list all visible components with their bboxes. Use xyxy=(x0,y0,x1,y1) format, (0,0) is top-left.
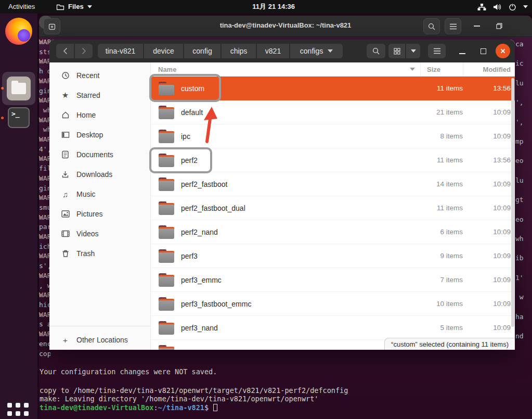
files-close-button[interactable] xyxy=(496,44,510,58)
files-search-button[interactable] xyxy=(367,44,385,58)
sidebar-item-label: Trash xyxy=(76,249,95,258)
folder-icon xyxy=(159,225,174,239)
sidebar-item-other-locations[interactable]: + Other Locations xyxy=(49,330,151,350)
file-size: 11 items xyxy=(420,204,463,212)
terminal-background-text-left: WAR sts WAR h d WAR gin WAR wh WAR wh WA… xyxy=(39,37,50,359)
file-size: 5 items xyxy=(420,324,463,332)
sidebar-item-label: Documents xyxy=(76,150,113,159)
star-icon: ★ xyxy=(61,91,70,100)
terminal-line: make: Leaving directory '/home/tina-dev/… xyxy=(40,395,318,403)
file-name: perf2 xyxy=(181,156,420,164)
file-name: perf2_nand xyxy=(181,228,420,236)
folder-icon xyxy=(159,201,174,215)
back-icon xyxy=(63,47,68,55)
files-dock-icon[interactable] xyxy=(2,72,35,105)
chevron-down-icon xyxy=(328,49,333,53)
sort-indicator-icon[interactable] xyxy=(410,68,415,71)
activities-button[interactable]: Activities xyxy=(8,2,35,11)
folder-icon xyxy=(159,273,174,287)
terminal-line: copy to /home/tina-dev/tina-v821/openwrt… xyxy=(40,386,348,395)
breadcrumb-configs[interactable]: configs xyxy=(290,44,343,58)
breadcrumb-device[interactable]: device xyxy=(144,44,184,58)
folder-icon xyxy=(159,106,174,119)
prompt-separator: : xyxy=(153,403,158,412)
annotation-box-custom xyxy=(149,74,221,102)
sidebar-item-starred[interactable]: ★ Starred xyxy=(49,85,151,105)
files-headerbar[interactable]: tina-v821 device config chips v821 confi… xyxy=(49,40,515,62)
grid-view-button[interactable] xyxy=(388,44,406,58)
chevron-down-icon xyxy=(523,5,528,8)
terminal-dock-icon[interactable]: >_ xyxy=(8,107,30,128)
file-row-perf2-nand[interactable]: perf2_nand 6 items 10:09 xyxy=(151,220,515,244)
menu-icon xyxy=(449,23,457,30)
sidebar-item-label: Recent xyxy=(76,71,99,80)
annotation-box-perf2 xyxy=(149,147,212,173)
video-icon xyxy=(61,230,70,238)
file-name: perf2_fastboot xyxy=(181,180,420,188)
breadcrumb-v821[interactable]: v821 xyxy=(257,44,290,58)
file-row-perf3-fastboot-emmc[interactable]: perf3_fastboot_emmc 10 items 10:09 xyxy=(151,292,515,316)
sidebar-item-videos[interactable]: Videos xyxy=(49,224,151,244)
file-row-perf3[interactable]: perf3 9 items 10:09 xyxy=(151,244,515,268)
breadcrumb-chips[interactable]: chips xyxy=(222,44,256,58)
file-row-perf3-emmc[interactable]: perf3_emmc 7 items 10:09 xyxy=(151,268,515,292)
terminal-titlebar[interactable]: tina-dev@tinadev-VirtualBox: ~/tina-v821 xyxy=(39,16,532,37)
system-status-area[interactable] xyxy=(477,2,528,12)
plus-icon: + xyxy=(61,336,70,345)
file-modified: 13:56 xyxy=(463,84,515,92)
clock[interactable]: 11月 21 14:36 xyxy=(252,2,295,11)
trash-icon xyxy=(61,249,70,258)
terminal-search-button[interactable] xyxy=(423,18,440,34)
column-header-size[interactable]: Size xyxy=(420,62,463,76)
scrollbar-thumb[interactable] xyxy=(511,78,514,327)
terminal-minimize-button[interactable] xyxy=(471,20,483,32)
back-button[interactable] xyxy=(56,44,74,58)
dock: >_ xyxy=(0,14,37,419)
sidebar-item-music[interactable]: ♫ Music xyxy=(49,184,151,204)
file-size: 14 items xyxy=(420,180,463,188)
sidebar-item-recent[interactable]: Recent xyxy=(49,66,151,85)
focused-app-menu[interactable]: Files xyxy=(56,2,92,11)
download-icon xyxy=(61,170,70,179)
grid-view-icon xyxy=(394,48,400,55)
terminal-prompt: tina-dev@tinadev-VirtualBox:~/tina-v821$ xyxy=(40,403,217,412)
sidebar-item-home[interactable]: Home xyxy=(49,105,151,125)
file-row-perf2-fastboot-dual[interactable]: perf2_fastboot_dual 11 items 10:09 xyxy=(151,196,515,220)
sidebar-item-pictures[interactable]: Pictures xyxy=(49,204,151,224)
breadcrumb-tina-v821[interactable]: tina-v821 xyxy=(98,44,144,58)
view-options-dropdown[interactable] xyxy=(406,44,420,58)
file-size: 9 items xyxy=(420,252,463,260)
terminal-restore-button[interactable] xyxy=(493,20,505,32)
sidebar-item-downloads[interactable]: Downloads xyxy=(49,164,151,184)
maximize-icon xyxy=(481,48,486,54)
sidebar-item-desktop[interactable]: Desktop xyxy=(49,125,151,145)
chevron-down-icon xyxy=(411,49,416,53)
desktop-icon xyxy=(61,131,70,139)
column-header-modified[interactable]: Modified xyxy=(463,62,515,76)
terminal-menu-button[interactable] xyxy=(445,18,461,34)
forward-button[interactable] xyxy=(75,44,93,58)
menu-icon xyxy=(433,48,441,54)
search-icon xyxy=(372,47,380,55)
files-app-icon xyxy=(56,4,64,10)
sidebar-item-label: Home xyxy=(76,111,96,119)
firefox-dock-icon[interactable] xyxy=(5,18,32,45)
files-minimize-button[interactable] xyxy=(456,45,469,57)
file-size: 6 items xyxy=(420,228,463,236)
files-menu-button[interactable] xyxy=(428,44,446,58)
file-row-perf3-nand[interactable]: perf3_nand 5 items 10:09 xyxy=(151,316,515,340)
breadcrumb-config[interactable]: config xyxy=(184,44,221,58)
file-size: 7 items xyxy=(420,276,463,284)
terminal-line: Your configuration changes were NOT save… xyxy=(40,367,217,376)
close-icon xyxy=(500,48,506,54)
files-window[interactable]: tina-v821 device config chips v821 confi… xyxy=(49,40,515,350)
file-modified: 10:09 xyxy=(463,324,515,332)
sidebar-item-trash[interactable]: Trash xyxy=(49,244,151,263)
sidebar-item-documents[interactable]: Documents xyxy=(49,145,151,164)
show-apps-button[interactable] xyxy=(7,403,30,419)
file-size: 11 items xyxy=(420,156,463,164)
file-row-perf2-fastboot[interactable]: perf2_fastboot 14 items 10:09 xyxy=(151,172,515,196)
app-menu-label: Files xyxy=(68,2,84,11)
files-maximize-button[interactable] xyxy=(477,45,489,57)
terminal-output[interactable]: Your configuration changes were NOT save… xyxy=(40,366,531,418)
